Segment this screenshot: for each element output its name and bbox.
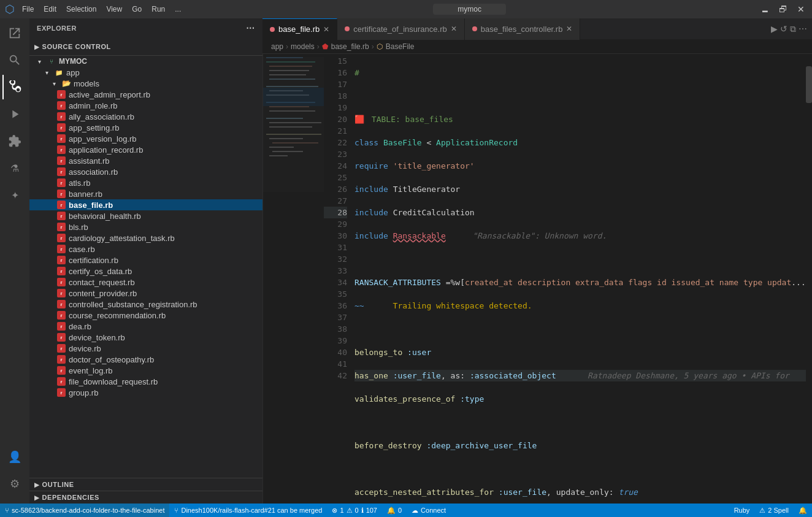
file-device[interactable]: r device.rb — [29, 343, 262, 354]
source-control-header[interactable]: ▶ SOURCE CONTROL — [29, 40, 262, 53]
folder-app[interactable]: ▾ 📁 app — [29, 67, 262, 78]
breadcrumb-app[interactable]: app — [271, 42, 283, 51]
run-code-icon[interactable]: ▶ — [771, 24, 778, 34]
project-root[interactable]: ▾ ⑂ MYMOC — [29, 56, 262, 67]
menu-go[interactable]: Go — [132, 5, 142, 13]
menu-edit[interactable]: Edit — [44, 5, 56, 13]
info-count: 107 — [366, 507, 377, 514]
file-label: certify_os_data.rb — [69, 267, 132, 276]
menu-selection[interactable]: Selection — [66, 5, 96, 13]
editor-content: 15 16 17 18 19 20 21 22 23 24 25 26 27 2… — [262, 54, 812, 504]
source-control-section: ▶ SOURCE CONTROL — [29, 38, 262, 56]
breadcrumb-class[interactable]: BaseFile — [386, 42, 415, 51]
sidebar-item-testing[interactable]: ⚗ — [2, 156, 27, 180]
menu-bar: File Edit Selection View Go Run ... — [22, 5, 181, 13]
breadcrumb: app › models › ⬟ base_file.rb › ⬡ BaseFi… — [262, 40, 812, 54]
file-controlled-substance[interactable]: r controlled_substance_registration.rb — [29, 299, 262, 310]
breadcrumb-sep-3: › — [372, 42, 374, 51]
status-notifications[interactable]: 🔔 — [794, 504, 812, 517]
sidebar-item-search[interactable] — [2, 48, 27, 72]
explorer-title: EXPLORER — [37, 25, 77, 32]
breadcrumb-models[interactable]: models — [291, 42, 315, 51]
file-application-record[interactable]: r application_record.rb — [29, 144, 262, 155]
file-label: behavioral_health.rb — [69, 212, 141, 221]
status-remote[interactable]: ☁ Connect — [407, 504, 451, 517]
modified-indicator-icon — [270, 27, 275, 32]
status-no-problems[interactable]: 🔔 0 — [382, 504, 407, 517]
folder-models[interactable]: ▾ 📂 models — [29, 78, 262, 89]
status-spell[interactable]: ⚠ 2 Spell — [754, 504, 794, 517]
code-editor[interactable]: 15 16 17 18 19 20 21 22 23 24 25 26 27 2… — [324, 54, 806, 504]
tab-label: base_file.rb — [278, 25, 320, 34]
file-file-download-request[interactable]: r file_download_request.rb — [29, 376, 262, 387]
file-certify-os-data[interactable]: r certify_os_data.rb — [29, 266, 262, 277]
sidebar-item-settings[interactable]: ⚙ — [2, 472, 27, 496]
file-behavioral-health[interactable]: r behavioral_health.rb — [29, 210, 262, 221]
sidebar-item-run-debug[interactable] — [2, 102, 27, 126]
file-assistant[interactable]: r assistant.rb — [29, 155, 262, 166]
menu-more[interactable]: ... — [175, 5, 181, 13]
scrollbar-thumb[interactable] — [806, 66, 812, 103]
file-label: application_record.rb — [69, 145, 143, 155]
sidebar-item-account[interactable]: 👤 — [2, 445, 27, 469]
file-dea[interactable]: r dea.rb — [29, 321, 262, 332]
file-doctor-of-osteopathy[interactable]: r doctor_of_osteopathy.rb — [29, 354, 262, 365]
restore-icon[interactable]: 🗗 — [776, 4, 790, 14]
status-errors[interactable]: ⊗ 1 ⚠ 0 ℹ 107 — [327, 504, 382, 517]
file-event-log[interactable]: r event_log.rb — [29, 365, 262, 376]
file-atls[interactable]: r atls.rb — [29, 177, 262, 188]
breadcrumb-filename[interactable]: base_file.rb — [331, 42, 369, 51]
rb-file-icon: r — [56, 255, 66, 265]
file-app-setting[interactable]: r app_setting.rb — [29, 122, 262, 133]
tab-certificate-of-insurance[interactable]: certificate_of_insurance.rb ✕ — [337, 18, 464, 40]
split-editor-icon[interactable]: ⧉ — [790, 24, 796, 34]
history-icon[interactable]: ↺ — [780, 24, 787, 34]
menu-run[interactable]: Run — [151, 5, 165, 13]
close-tab-icon[interactable]: ✕ — [451, 25, 457, 33]
file-label: doctor_of_osteopathy.rb — [69, 355, 154, 364]
status-language[interactable]: Ruby — [729, 504, 755, 517]
title-search[interactable]: mymoc — [433, 4, 506, 15]
file-banner[interactable]: r banner.rb — [29, 188, 262, 199]
file-case[interactable]: r case.rb — [29, 243, 262, 255]
outline-header[interactable]: ▶ OUTLINE — [29, 478, 262, 491]
status-pr[interactable]: ⑂ Dinesh100K/rails-flash-card#21 can be … — [169, 504, 327, 517]
file-course-recommendation[interactable]: r course_recommendation.rb — [29, 310, 262, 321]
sidebar-item-remote[interactable]: ✦ — [2, 183, 27, 207]
file-active-admin-report[interactable]: r active_admin_report.rb — [29, 89, 262, 100]
close-tab-icon[interactable]: ✕ — [566, 25, 572, 33]
rb-file-icon: r — [56, 156, 66, 166]
file-certification[interactable]: r certification.rb — [29, 255, 262, 266]
file-group[interactable]: r group.rb — [29, 387, 262, 398]
status-bar-right: Ruby ⚠ 2 Spell 🔔 — [729, 504, 812, 517]
file-bls[interactable]: r bls.rb — [29, 221, 262, 232]
tab-base-files-controller[interactable]: base_files_controller.rb ✕ — [465, 18, 581, 40]
status-git-branch[interactable]: ⑂ sc-58623/backend-add-coi-folder-to-the… — [0, 504, 169, 517]
minimap[interactable] — [262, 54, 324, 504]
file-device-token[interactable]: r device_token.rb — [29, 332, 262, 343]
file-base-file[interactable]: r base_file.rb — [29, 199, 262, 210]
file-label: ally_association.rb — [69, 112, 134, 121]
tab-base-file[interactable]: base_file.rb ✕ — [262, 18, 337, 40]
sidebar-item-source-control[interactable] — [2, 75, 27, 99]
new-file-icon[interactable]: ⋯ — [246, 23, 255, 33]
close-window-icon[interactable]: ✕ — [795, 4, 807, 14]
dependencies-header[interactable]: ▶ DEPENDENCIES — [29, 491, 262, 504]
sidebar-item-explorer[interactable] — [2, 21, 27, 45]
close-tab-icon[interactable]: ✕ — [323, 25, 329, 34]
code-text[interactable]: # 🟥 TABLE: base_files class BaseFile < A… — [354, 54, 806, 504]
minimize-icon[interactable]: 🗕 — [758, 4, 772, 14]
file-admin-role[interactable]: r admin_role.rb — [29, 100, 262, 111]
editor-scrollbar[interactable] — [806, 54, 812, 504]
file-association[interactable]: r association.rb — [29, 166, 262, 177]
rb-file-icon: r — [56, 167, 66, 177]
file-cardiology[interactable]: r cardiology_attestation_task.rb — [29, 232, 262, 243]
file-content-provider[interactable]: r content_provider.rb — [29, 288, 262, 299]
menu-view[interactable]: View — [106, 5, 122, 13]
file-ally-association[interactable]: r ally_association.rb — [29, 111, 262, 122]
menu-file[interactable]: File — [22, 5, 34, 13]
file-app-version-log[interactable]: r app_version_log.rb — [29, 133, 262, 144]
sidebar-item-extensions[interactable] — [2, 129, 27, 153]
file-contact-request[interactable]: r contact_request.rb — [29, 277, 262, 288]
more-actions-icon[interactable]: ⋯ — [799, 24, 807, 34]
